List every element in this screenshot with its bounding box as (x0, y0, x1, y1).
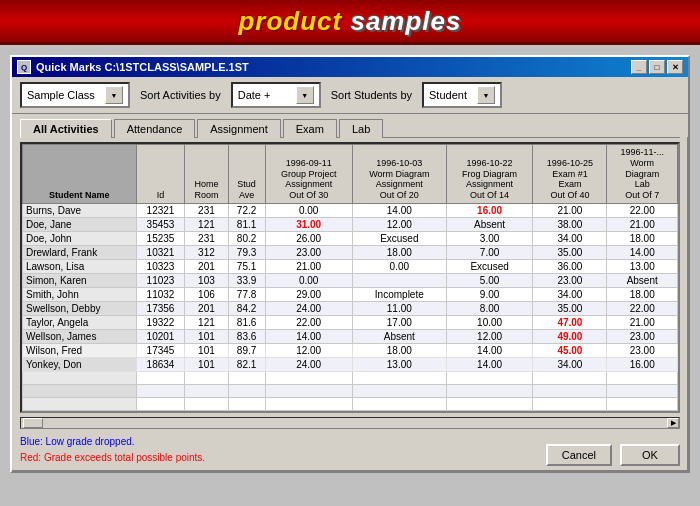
tab-exam[interactable]: Exam (283, 119, 337, 138)
table-cell: 83.6 (228, 329, 265, 343)
scroll-thumb[interactable] (23, 418, 43, 428)
table-cell: 24.00 (265, 357, 352, 371)
table-cell: 8.00 (446, 301, 533, 315)
sort-students-arrow[interactable]: ▼ (477, 86, 495, 104)
table-cell: 34.00 (533, 287, 607, 301)
table-cell: 231 (185, 231, 228, 245)
class-dropdown-arrow[interactable]: ▼ (105, 86, 123, 104)
header-id: Id (136, 145, 185, 204)
empty-cell (23, 397, 137, 410)
table-cell: 23.00 (265, 245, 352, 259)
table-cell: 15235 (136, 231, 185, 245)
empty-cell (136, 384, 185, 397)
table-cell: 29.00 (265, 287, 352, 301)
close-button[interactable]: ✕ (667, 60, 683, 74)
table-cell: 11023 (136, 273, 185, 287)
empty-cell (446, 397, 533, 410)
table-cell: 18.00 (607, 231, 678, 245)
sort-activities-arrow[interactable]: ▼ (296, 86, 314, 104)
sort-activities-value: Date + (238, 89, 271, 101)
table-cell: Wilson, Fred (23, 343, 137, 357)
minimize-button[interactable]: _ (631, 60, 647, 74)
table-cell: 24.00 (265, 301, 352, 315)
toolbar: Sample Class ▼ Sort Activities by Date +… (12, 77, 688, 114)
table-cell: 10321 (136, 245, 185, 259)
table-cell: 10323 (136, 259, 185, 273)
table-cell: 14.00 (446, 357, 533, 371)
table-cell: Excused (352, 231, 446, 245)
empty-cell (446, 371, 533, 384)
empty-cell (23, 384, 137, 397)
table-cell: 45.00 (533, 343, 607, 357)
legend: Blue: Low grade dropped. Red: Grade exce… (20, 434, 205, 466)
table-cell: 101 (185, 357, 228, 371)
table-cell: Absent (352, 329, 446, 343)
window-icon: Q (17, 60, 31, 74)
table-cell: 106 (185, 287, 228, 301)
table-cell: 21.00 (265, 259, 352, 273)
header-col2: 1996-10-03Worm DiagramAssignmentOut Of 2… (352, 145, 446, 204)
table-cell: 231 (185, 203, 228, 217)
table-cell: 14.00 (265, 329, 352, 343)
table-cell: 16.00 (446, 203, 533, 217)
table-cell: 12.00 (352, 217, 446, 231)
table-container: Student Name Id HomeRoom StudAve 1996-09… (20, 142, 680, 413)
table-cell: 0.00 (265, 273, 352, 287)
table-cell: 18634 (136, 357, 185, 371)
empty-cell (228, 384, 265, 397)
table-cell: 26.00 (265, 231, 352, 245)
table-cell: 12321 (136, 203, 185, 217)
table-cell: 17356 (136, 301, 185, 315)
table-cell: 14.00 (352, 203, 446, 217)
empty-cell (265, 384, 352, 397)
empty-cell (352, 371, 446, 384)
table-cell: 31.00 (265, 217, 352, 231)
sort-students-dropdown[interactable]: Student ▼ (422, 82, 502, 108)
banner-samples: samples (350, 6, 461, 36)
grades-table: Student Name Id HomeRoom StudAve 1996-09… (22, 144, 678, 411)
table-cell: 0.00 (352, 259, 446, 273)
scroll-right-button[interactable]: ▶ (667, 418, 679, 428)
table-cell: 21.00 (533, 203, 607, 217)
empty-cell (607, 397, 678, 410)
maximize-button[interactable]: □ (649, 60, 665, 74)
table-cell: 13.00 (352, 357, 446, 371)
legend-red: Red: Grade exceeds total possible points… (20, 450, 205, 466)
table-cell: Drewlard, Frank (23, 245, 137, 259)
empty-cell (533, 384, 607, 397)
table-cell: 81.6 (228, 315, 265, 329)
table-cell: 35.00 (533, 245, 607, 259)
cancel-button[interactable]: Cancel (546, 444, 612, 466)
empty-cell (446, 384, 533, 397)
table-cell: 201 (185, 301, 228, 315)
empty-cell (228, 397, 265, 410)
ok-button[interactable]: OK (620, 444, 680, 466)
tab-attendance[interactable]: Attendance (114, 119, 196, 138)
table-cell: 82.1 (228, 357, 265, 371)
table-cell: 89.7 (228, 343, 265, 357)
table-cell: 18.00 (352, 245, 446, 259)
table-cell: 72.2 (228, 203, 265, 217)
table-cell: Absent (446, 217, 533, 231)
sort-activities-dropdown[interactable]: Date + ▼ (231, 82, 321, 108)
tab-lab[interactable]: Lab (339, 119, 383, 138)
table-cell: 17345 (136, 343, 185, 357)
tab-all-activities[interactable]: All Activities (20, 119, 112, 138)
table-cell: 12.00 (446, 329, 533, 343)
table-cell: 11032 (136, 287, 185, 301)
empty-cell (185, 371, 228, 384)
header-student-name: Student Name (23, 145, 137, 204)
table-cell: 13.00 (607, 259, 678, 273)
horizontal-scrollbar[interactable]: ▶ (20, 417, 680, 429)
table-cell: Absent (607, 273, 678, 287)
table-cell: 10201 (136, 329, 185, 343)
tab-assignment[interactable]: Assignment (197, 119, 280, 138)
table-cell: 11.00 (352, 301, 446, 315)
sort-students-label: Sort Students by (331, 89, 412, 101)
table-cell: 35453 (136, 217, 185, 231)
empty-cell (607, 384, 678, 397)
class-dropdown[interactable]: Sample Class ▼ (20, 82, 130, 108)
empty-cell (607, 371, 678, 384)
empty-cell (23, 371, 137, 384)
empty-cell (136, 397, 185, 410)
